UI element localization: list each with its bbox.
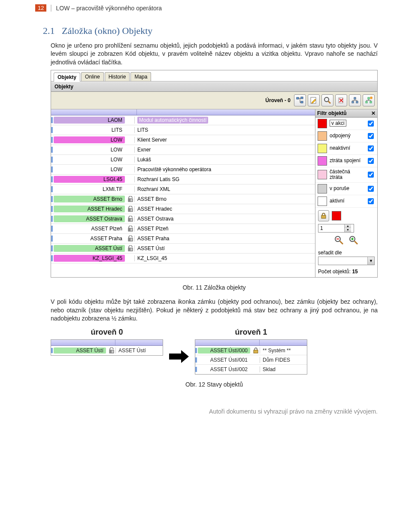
spinner-up-icon[interactable]: ▲	[344, 224, 351, 228]
delete-icon	[337, 97, 345, 104]
filter-item[interactable]: v akci	[315, 118, 377, 130]
code-cell: ASSET Praha	[54, 235, 125, 242]
name-cell: ** Systém **	[260, 348, 307, 354]
half-lock-icon	[109, 348, 115, 354]
zoom-in-button[interactable]	[348, 235, 359, 245]
zoom-button[interactable]	[321, 94, 333, 106]
table-row[interactable]: ASSET Ústí/001Dům FIDES	[195, 355, 307, 365]
table-row[interactable]: LOWKlient Server	[51, 135, 315, 145]
tab-objekty[interactable]: Objekty	[54, 73, 80, 82]
filter-checkbox[interactable]	[368, 172, 374, 178]
filter-item[interactable]: aktivní	[315, 195, 377, 208]
table-row[interactable]: LOWLukáš	[51, 155, 315, 165]
svg-rect-8	[352, 101, 354, 103]
tab-online[interactable]: Online	[81, 72, 104, 81]
table-row[interactable]: LOWPracoviště výkonného operátora	[51, 165, 315, 175]
collapse-button[interactable]	[349, 94, 361, 106]
svg-rect-7	[354, 97, 356, 99]
table-row[interactable]: ASSET PrahaASSET Praha	[51, 234, 315, 244]
table-row[interactable]: ASSET ÚstíASSET Ústí	[51, 244, 315, 254]
filter-checkbox[interactable]	[368, 186, 374, 192]
lock-icon	[253, 348, 259, 354]
filter-checkbox[interactable]	[368, 121, 374, 127]
table-row[interactable]: ASSET HradecASSET Hradec	[51, 204, 315, 214]
lock-cell	[108, 348, 115, 354]
level0-title: úroveň 0	[91, 328, 123, 337]
zoom-out-button[interactable]	[334, 235, 344, 245]
tab-historie[interactable]: Historie	[105, 72, 130, 81]
tab-mapa[interactable]: Mapa	[130, 72, 151, 81]
sort-label: seřadit dle	[318, 250, 375, 256]
table-row[interactable]: LSGI.45Rozhraní Latis SG	[51, 175, 315, 184]
current-color-swatch[interactable]	[332, 211, 341, 221]
tab-bar: Objekty Online Historie Mapa	[51, 70, 377, 82]
screenshot-objekty: Objekty Online Historie Mapa Objekty Úro…	[51, 70, 378, 278]
name-cell: Rozhraní XML	[134, 186, 315, 192]
lock-cell	[252, 348, 260, 354]
filter-checkbox[interactable]	[368, 158, 374, 164]
close-filter-icon[interactable]: ✕	[371, 110, 376, 116]
name-cell: Modul automatických činností	[134, 117, 315, 124]
color-swatch	[318, 131, 327, 141]
table-row[interactable]: LXMI.TFRozhraní XML	[51, 184, 315, 194]
name-cell: Lukáš	[134, 157, 315, 163]
filter-checkbox[interactable]	[368, 145, 374, 151]
toolbar: Úroveň - 0	[51, 92, 377, 109]
filter-item[interactable]: částečná ztráta	[315, 167, 377, 183]
edit-button[interactable]	[308, 94, 320, 106]
count-label: Počet objektů:	[318, 269, 351, 275]
code-cell: LAOM	[54, 117, 125, 124]
filter-label: částečná ztráta	[330, 169, 364, 180]
spinner-down-icon[interactable]: ▼	[344, 228, 351, 232]
code-cell: ASSET Ústí/002	[198, 366, 250, 372]
spinner-input[interactable]	[318, 224, 344, 232]
name-cell: Pracoviště výkonného operátora	[134, 166, 315, 172]
filter-item[interactable]: neaktivní	[315, 142, 377, 155]
filter-item[interactable]: v poruše	[315, 183, 377, 195]
table-row[interactable]: ASSET OstravaASSET Ostrava	[51, 214, 315, 224]
svg-rect-17	[128, 209, 130, 212]
name-cell: Exner	[134, 147, 315, 153]
level-label: Úroveň - 0	[265, 97, 291, 103]
svg-rect-12	[370, 101, 372, 103]
code-cell: ASSET Plzeň	[54, 225, 125, 232]
chevron-down-icon[interactable]: ▼	[367, 257, 374, 265]
delete-button[interactable]	[335, 94, 347, 106]
table-row[interactable]: KZ_LSGI_45KZ_LSGI_45	[51, 254, 315, 263]
doc-title: LOW – pracoviště výkonného operátora	[56, 5, 162, 12]
filter-item[interactable]: ztráta spojení	[315, 155, 377, 167]
level1-title: úroveň 1	[235, 328, 267, 337]
filter-checkbox[interactable]	[368, 198, 374, 204]
table-row[interactable]: LOWExner	[51, 145, 315, 155]
table-row[interactable]: ASSET Ústí/002Sklad	[195, 365, 307, 374]
sort-combo[interactable]: ▼	[318, 257, 375, 265]
tree-button[interactable]	[294, 94, 306, 106]
name-cell: KZ_LSGI_45	[134, 255, 315, 261]
code-cell: LSGI.45	[54, 176, 125, 183]
filter-checkbox[interactable]	[368, 133, 374, 139]
table-row[interactable]: LAOMModul automatických činností	[51, 115, 315, 125]
level0-table: ASSET ÚstíASSET Ústí	[51, 339, 163, 356]
expand-button[interactable]	[363, 94, 375, 106]
code-cell: ASSET Ústí	[54, 245, 125, 252]
half-lock-icon	[127, 226, 133, 232]
code-cell: ASSET Ústí/001	[198, 357, 250, 363]
svg-point-4	[324, 97, 329, 102]
svg-rect-1	[301, 97, 303, 99]
name-cell: ASSET Hradec	[134, 206, 315, 212]
table-row[interactable]: ASSET BrnoASSET Brno	[51, 194, 315, 204]
table-row[interactable]: ASSET ÚstíASSET Ústí	[51, 346, 163, 355]
table-row[interactable]: LITSLITS	[51, 125, 315, 135]
color-swatch	[318, 184, 327, 193]
table-row[interactable]: ASSET PlzeňASSET Plzeň	[51, 224, 315, 234]
number-spinner[interactable]: ▲▼	[318, 224, 354, 233]
table-row[interactable]: ASSET Ústí/000** Systém **	[195, 346, 307, 355]
lock-filter-button[interactable]	[318, 210, 329, 221]
sort-value	[318, 257, 367, 265]
page-header: 12 LOW – pracoviště výkonného operátora	[0, 0, 412, 12]
code-cell: ASSET Ústí	[54, 348, 106, 354]
name-cell: ASSET Ostrava	[134, 216, 315, 222]
object-count: Počet objektů: 15	[318, 269, 375, 275]
svg-rect-21	[128, 228, 130, 231]
filter-item[interactable]: odpojený	[315, 130, 377, 142]
